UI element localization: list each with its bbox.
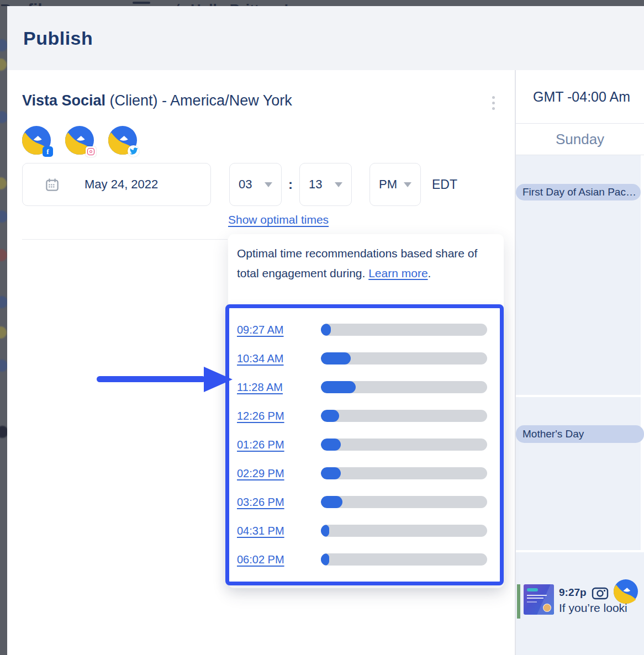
engagement-bar-fill [321, 324, 331, 336]
optimal-time-row: 12:26 PM [237, 402, 500, 430]
engagement-bar-track [321, 410, 487, 422]
more-options-button[interactable] [487, 93, 500, 112]
profile-avatar-facebook[interactable]: f [22, 126, 51, 155]
holiday-event[interactable]: First Day of Asian Pac… [516, 184, 641, 200]
engagement-bar-fill [321, 439, 341, 451]
engagement-bar-fill [321, 496, 342, 508]
hour-select[interactable]: 03 [229, 163, 282, 206]
chevron-down-icon [265, 182, 272, 187]
engagement-bar-track [321, 525, 487, 537]
time-option-link[interactable]: 01:26 PM [237, 439, 321, 451]
hour-value: 03 [239, 177, 252, 192]
timezone-abbr: EDT [432, 177, 457, 192]
post-meta: 9:27p [559, 584, 638, 601]
post-time: 9:27p [559, 587, 587, 599]
learn-more-link[interactable]: Learn more [368, 267, 427, 279]
engagement-bar-track [321, 352, 487, 365]
post-thumbnail [524, 584, 554, 615]
calendar-day-cell[interactable]: Mother's Day [516, 397, 641, 550]
optimal-time-row: 03:26 PM [237, 488, 500, 516]
instagram-icon [86, 146, 96, 157]
optimal-time-row: 10:34 AM [237, 344, 500, 373]
post-body: 9:27p [559, 584, 638, 619]
profile-group-row: Vista Social (Client) - America/New York [22, 92, 500, 112]
time-colon: : [288, 177, 293, 192]
popup-description: Optimal time recommendations based share… [228, 234, 504, 283]
publish-modal: Publish Vista Social (Client) - America/… [7, 6, 644, 655]
engagement-bar-fill [321, 410, 339, 422]
time-option-link[interactable]: 11:28 AM [237, 381, 321, 394]
time-option-link[interactable]: 02:29 PM [237, 467, 321, 480]
hamburger-icon [133, 2, 150, 6]
engagement-bar-fill [321, 525, 329, 537]
date-picker[interactable]: May 24, 2022 [22, 163, 211, 206]
divider [22, 239, 228, 240]
dimmed-sidebar-strip [0, 6, 7, 655]
optimal-times-popup: Optimal time recommendations based share… [228, 234, 504, 588]
engagement-bar-track [321, 439, 487, 451]
composer-form: Vista Social (Client) - America/New York… [7, 70, 515, 655]
minute-select[interactable]: 13 [299, 163, 352, 206]
holiday-event[interactable]: Mother's Day [516, 425, 644, 443]
engagement-bar-fill [321, 467, 341, 479]
schedule-row: May 24, 2022 03 : 13 PM EDT [22, 163, 457, 206]
profile-group-name: Vista Social [22, 92, 105, 109]
time-option-link[interactable]: 10:34 AM [237, 352, 321, 365]
engagement-bar-track [321, 467, 487, 479]
post-caption: If you’re looki [559, 601, 638, 615]
camera-icon [592, 585, 609, 600]
background-greeting: Hello Brittany! [191, 1, 289, 6]
time-option-link[interactable]: 12:26 PM [237, 410, 321, 422]
minute-value: 13 [309, 177, 322, 192]
meridiem-value: PM [379, 177, 397, 192]
time-option-link[interactable]: 04:31 PM [237, 525, 321, 537]
time-option-link[interactable]: 06:02 PM [237, 553, 321, 566]
calendar-cells: First Day of Asian Pac… Mother's Day [516, 155, 644, 655]
modal-body: Vista Social (Client) - America/New York… [7, 70, 644, 655]
calendar-icon [45, 177, 60, 192]
profile-avatar-twitter[interactable] [108, 126, 137, 155]
optimal-time-row: 01:26 PM [237, 430, 500, 459]
breadcrumb-slash: / [173, 1, 181, 6]
annotation-arrow-icon [97, 367, 233, 392]
scheduled-post-item[interactable]: 9:27p [516, 584, 644, 619]
optimal-times-list: 09:27 AM 10:34 AM 11:28 AM 12:26 PM [225, 304, 504, 585]
popup-description-period: . [428, 267, 431, 279]
optimal-time-row: 06:02 PM [237, 545, 500, 574]
vista-social-logo-icon [614, 579, 638, 604]
calendar-day-header: Sunday [516, 124, 644, 155]
profile-group-title: Vista Social (Client) - America/New York [22, 92, 292, 109]
chevron-down-icon [335, 182, 342, 187]
popup-description-text: Optimal time recommendations based share… [237, 247, 477, 279]
date-value: May 24, 2022 [85, 177, 158, 192]
selected-profiles: f [22, 126, 137, 155]
facebook-icon: f [43, 146, 53, 157]
twitter-icon [128, 145, 139, 157]
engagement-bar-track [321, 324, 487, 336]
background-page-title: Profiles [0, 1, 61, 6]
profile-avatar-instagram[interactable] [65, 126, 94, 155]
calendar-timezone-header: GMT -04:00 Am [516, 70, 644, 124]
engagement-bar-track [321, 553, 487, 566]
chevron-down-icon [404, 182, 411, 187]
optimal-time-row: 11:28 AM [237, 373, 500, 402]
modal-title: Publish [23, 28, 93, 49]
optimal-time-row: 09:27 AM [237, 315, 500, 344]
screen: Profiles / Hello Brittany! Publish Vista… [0, 0, 644, 655]
post-status-bar [517, 584, 520, 619]
calendar-day-cell[interactable]: 9:27p [516, 552, 644, 655]
engagement-bar-fill [321, 381, 356, 393]
post-profile-avatar [614, 579, 638, 604]
modal-header: Publish [7, 6, 644, 70]
optimal-time-row: 04:31 PM [237, 516, 500, 545]
time-option-link[interactable]: 09:27 AM [237, 324, 321, 336]
time-option-link[interactable]: 03:26 PM [237, 496, 321, 509]
engagement-bar-track [321, 496, 487, 508]
engagement-bar-fill [321, 553, 329, 566]
show-optimal-times-link[interactable]: Show optimal times [228, 213, 329, 226]
meridiem-select[interactable]: PM [369, 163, 421, 206]
engagement-bar-fill [321, 352, 351, 365]
calendar-day-cell[interactable]: First Day of Asian Pac… [516, 155, 641, 395]
engagement-bar-track [321, 381, 487, 393]
dimmed-top-nav: Profiles / Hello Brittany! [0, 0, 644, 6]
